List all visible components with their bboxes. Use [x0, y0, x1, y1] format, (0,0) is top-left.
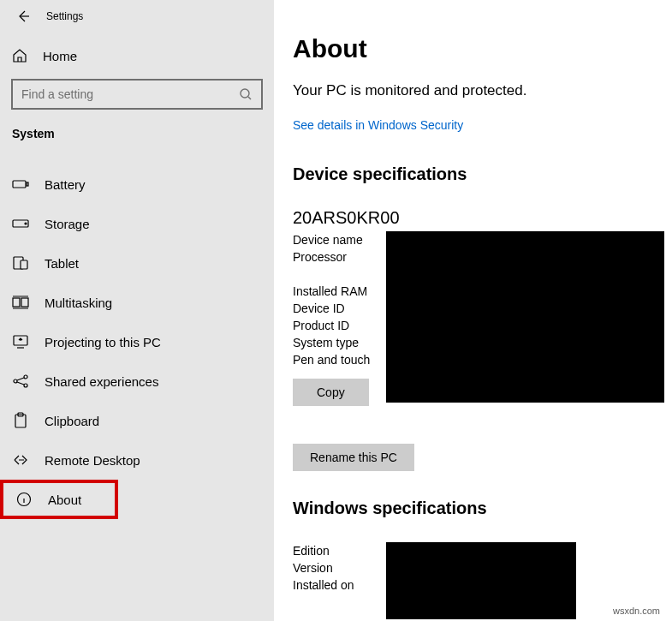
spec-label: Product ID: [293, 319, 385, 332]
sidebar-item-remote-desktop[interactable]: Remote Desktop: [0, 440, 274, 480]
sidebar-item-label: Storage: [45, 217, 90, 231]
remote-desktop-icon: [12, 451, 29, 469]
sidebar-item-label: Projecting to this PC: [45, 335, 161, 349]
svg-rect-7: [13, 298, 20, 307]
shared-experiences-icon: [12, 373, 29, 390]
battery-icon: [12, 176, 29, 193]
nav-list: Battery Storage Tablet Multitasking Proj: [0, 164, 274, 519]
svg-rect-8: [21, 298, 28, 307]
page-title: About: [293, 34, 672, 63]
spec-label: Device name: [293, 233, 385, 247]
spec-label: Installed RAM: [293, 284, 385, 298]
sidebar-item-projecting[interactable]: Projecting to this PC: [0, 322, 274, 361]
svg-point-0: [241, 89, 249, 98]
svg-point-4: [25, 223, 27, 224]
home-icon: [12, 48, 27, 63]
redacted-block: [386, 231, 664, 403]
home-label: Home: [43, 49, 77, 63]
sidebar-item-label: About: [48, 493, 81, 507]
device-spec-heading: Device specifications: [293, 164, 672, 184]
sidebar-item-multitasking[interactable]: Multitasking: [0, 283, 274, 322]
content-area: About Your PC is monitored and protected…: [274, 0, 672, 621]
sidebar-item-about[interactable]: About: [0, 480, 118, 519]
about-icon: [15, 491, 33, 508]
spec-label: Version: [293, 561, 385, 575]
sidebar-item-label: Shared experiences: [45, 374, 158, 389]
sidebar-item-label: Remote Desktop: [45, 453, 140, 468]
tablet-icon: [12, 254, 29, 272]
sidebar-item-label: Clipboard: [45, 414, 99, 428]
spec-label: Pen and touch: [293, 353, 385, 367]
sidebar: Settings Home Find a setting System Batt…: [0, 0, 274, 621]
windows-spec-heading: Windows specifications: [293, 499, 672, 518]
spec-label: [293, 267, 385, 281]
spec-label: Device ID: [293, 302, 385, 315]
projecting-icon: [12, 333, 29, 350]
storage-icon: [12, 215, 29, 232]
spec-label: System type: [293, 336, 385, 349]
spec-label: Processor: [293, 250, 385, 264]
sidebar-item-tablet[interactable]: Tablet: [0, 243, 274, 283]
spec-label: Installed on: [293, 578, 385, 592]
sidebar-item-label: Battery: [45, 177, 86, 192]
search-placeholder: Find a setting: [21, 87, 93, 101]
button-row: Rename this PC: [293, 433, 672, 471]
rename-pc-button[interactable]: Rename this PC: [293, 444, 414, 471]
section-title: System: [0, 127, 274, 164]
device-model: 20ARS0KR00: [293, 208, 672, 228]
copy-button[interactable]: Copy: [293, 379, 369, 406]
svg-point-12: [24, 384, 27, 387]
redacted-block: [386, 542, 576, 619]
multitasking-icon: [12, 294, 29, 311]
device-spec-block: Device name Processor Installed RAM Devi…: [293, 231, 672, 368]
sidebar-item-shared-experiences[interactable]: Shared experiences: [0, 361, 274, 401]
windows-spec-block: Edition Version Installed on: [293, 542, 672, 594]
svg-rect-6: [21, 260, 27, 269]
app-title: Settings: [46, 10, 83, 22]
sidebar-item-storage[interactable]: Storage: [0, 204, 274, 243]
search-icon: [239, 87, 253, 101]
clipboard-icon: [12, 412, 29, 429]
spec-label: Edition: [293, 544, 385, 558]
svg-rect-2: [27, 182, 28, 186]
svg-rect-1: [13, 181, 26, 188]
sidebar-item-battery[interactable]: Battery: [0, 164, 274, 204]
page-subtitle: Your PC is monitored and protected.: [293, 82, 672, 99]
svg-point-10: [14, 379, 17, 383]
sidebar-item-label: Tablet: [45, 256, 79, 271]
search-input[interactable]: Find a setting: [11, 79, 263, 110]
sidebar-item-label: Multitasking: [45, 296, 112, 310]
top-bar: Settings: [0, 5, 274, 41]
back-icon[interactable]: [15, 9, 31, 24]
home-button[interactable]: Home: [0, 41, 274, 79]
watermark: wsxdn.com: [613, 606, 660, 616]
svg-point-11: [24, 375, 27, 379]
sidebar-item-clipboard[interactable]: Clipboard: [0, 401, 274, 440]
security-link[interactable]: See details in Windows Security: [293, 118, 672, 132]
